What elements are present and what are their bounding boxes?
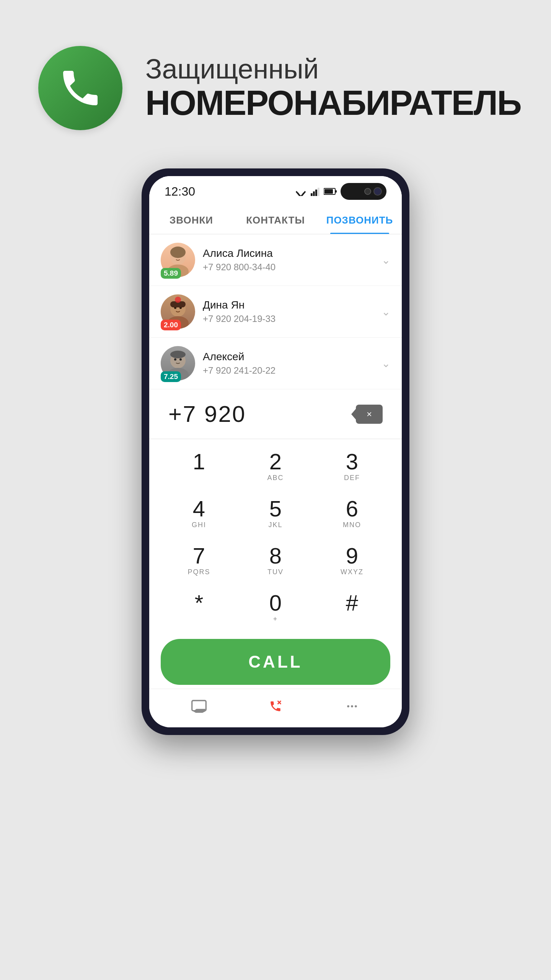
key-7[interactable]: 7 PQRS — [161, 537, 237, 584]
number-display: +7 920 × — [149, 389, 402, 439]
phone-missed-icon — [268, 700, 283, 713]
wifi-icon — [295, 187, 307, 196]
phone-device: 12:30 — [142, 168, 409, 735]
call-button-label: CALL — [248, 652, 302, 671]
key-5[interactable]: 5 JKL — [237, 490, 314, 537]
key-star[interactable]: * — [161, 584, 237, 631]
signal-icon — [310, 187, 321, 196]
svg-rect-9 — [324, 189, 333, 194]
keypad: 1 2 ABC 3 DEF 4 GHI 5 JKL — [149, 439, 402, 635]
contact-info-2: Дина Ян +7 920 204-19-33 — [203, 299, 374, 324]
contact-avatar-wrapper-2: 2.00 — [161, 294, 195, 329]
list-item[interactable]: 5.89 Алиса Лисина +7 920 800-34-40 ⌄ — [149, 234, 402, 286]
nav-more[interactable] — [341, 697, 364, 716]
contact-avatar-wrapper-1: 5.89 — [161, 243, 195, 277]
phone-screen: 12:30 — [149, 176, 402, 727]
status-bar: 12:30 — [149, 176, 402, 204]
header-section: Защищенный НОМЕРОНАБИРАТЕЛЬ — [0, 0, 551, 161]
chevron-icon-1: ⌄ — [381, 254, 390, 266]
contact-avatar-wrapper-3: 7.25 — [161, 346, 195, 381]
key-0[interactable]: 0 + — [237, 584, 314, 631]
status-time: 12:30 — [165, 185, 195, 199]
score-badge-3: 7.25 — [161, 371, 181, 382]
key-2[interactable]: 2 ABC — [237, 443, 314, 490]
header-subtitle: Защищенный — [145, 54, 521, 84]
tab-calls[interactable]: ЗВОНКИ — [149, 204, 233, 234]
contact-list: 5.89 Алиса Лисина +7 920 800-34-40 ⌄ — [149, 234, 402, 389]
nav-phone-missed[interactable] — [264, 697, 287, 716]
key-6[interactable]: 6 MNO — [314, 490, 390, 537]
dots-icon — [344, 700, 360, 713]
key-1[interactable]: 1 — [161, 443, 237, 490]
camera-lens — [373, 187, 382, 196]
message-icon — [191, 700, 207, 713]
contact-phone-2: +7 920 204-19-33 — [203, 314, 374, 324]
list-item[interactable]: 2.00 Дина Ян +7 920 204-19-33 ⌄ — [149, 286, 402, 338]
chevron-icon-3: ⌄ — [381, 357, 390, 370]
svg-rect-4 — [313, 191, 315, 196]
contact-info-1: Алиса Лисина +7 920 800-34-40 — [203, 247, 374, 273]
svg-point-14 — [170, 247, 186, 258]
svg-point-25 — [170, 351, 186, 358]
app-icon — [38, 46, 122, 130]
phone-icon — [57, 65, 103, 111]
contact-name-2: Дина Ян — [203, 299, 374, 311]
list-item[interactable]: 7.25 Алексей +7 920 241-20-22 ⌄ — [149, 338, 402, 389]
tabs: ЗВОНКИ КОНТАКТЫ ПОЗВОНИТЬ — [149, 204, 402, 234]
battery-icon — [324, 187, 337, 196]
svg-point-29 — [347, 705, 349, 707]
svg-rect-8 — [335, 190, 337, 193]
svg-point-23 — [174, 358, 176, 361]
bottom-nav — [149, 689, 402, 727]
score-badge-1: 5.89 — [161, 268, 181, 279]
status-icons — [295, 183, 386, 200]
camera-dot — [364, 188, 371, 195]
key-9[interactable]: 9 WXYZ — [314, 537, 390, 584]
svg-rect-3 — [311, 193, 313, 196]
key-3[interactable]: 3 DEF — [314, 443, 390, 490]
score-badge-2: 2.00 — [161, 320, 181, 330]
header-text: Защищенный НОМЕРОНАБИРАТЕЛЬ — [145, 54, 521, 122]
contact-name-1: Алиса Лисина — [203, 247, 374, 260]
call-button[interactable]: CALL — [161, 639, 390, 685]
dialer-number: +7 920 — [168, 401, 246, 427]
svg-point-31 — [355, 705, 357, 707]
contact-phone-3: +7 920 241-20-22 — [203, 365, 374, 376]
camera-pill — [341, 183, 386, 200]
svg-point-30 — [351, 705, 353, 707]
backspace-button[interactable]: × — [356, 405, 383, 424]
key-4[interactable]: 4 GHI — [161, 490, 237, 537]
svg-rect-5 — [315, 189, 317, 196]
key-8[interactable]: 8 TUV — [237, 537, 314, 584]
nav-message[interactable] — [187, 697, 210, 716]
tab-dial[interactable]: ПОЗВОНИТЬ — [318, 204, 402, 234]
contact-info-3: Алексей +7 920 241-20-22 — [203, 351, 374, 376]
svg-point-24 — [179, 358, 182, 361]
contact-name-3: Алексей — [203, 351, 374, 363]
phone-container: 12:30 — [0, 168, 551, 735]
backspace-icon: × — [367, 409, 372, 420]
tab-contacts[interactable]: КОНТАКТЫ — [233, 204, 318, 234]
svg-marker-1 — [297, 193, 305, 196]
header-title: НОМЕРОНАБИРАТЕЛЬ — [145, 84, 521, 122]
svg-point-20 — [175, 297, 181, 303]
svg-rect-6 — [318, 188, 320, 196]
contact-phone-1: +7 920 800-34-40 — [203, 262, 374, 273]
key-hash[interactable]: # — [314, 584, 390, 631]
chevron-icon-2: ⌄ — [381, 305, 390, 318]
